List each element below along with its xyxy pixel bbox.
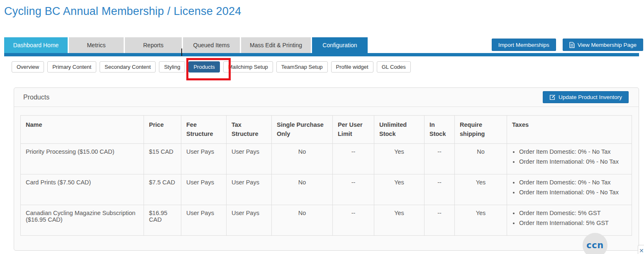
tab-metrics[interactable]: Metrics <box>69 37 124 53</box>
tab-configuration[interactable]: Configuration <box>312 37 368 53</box>
cell-in-stock: -- <box>424 174 455 205</box>
cell-in-stock: -- <box>424 143 455 174</box>
cell-unlimited-stock: Yes <box>374 143 424 174</box>
subtab-secondary-content[interactable]: Secondary Content <box>100 61 156 73</box>
products-table: Name Price Fee Structure Tax Structure S… <box>20 115 632 236</box>
cell-single-purchase-only: No <box>272 143 333 174</box>
cell-per-user-limit: -- <box>333 205 374 235</box>
cell-single-purchase-only: No <box>272 174 333 205</box>
cell-unlimited-stock: Yes <box>374 205 424 235</box>
close-icon[interactable]: ✕ <box>639 247 644 254</box>
cell-name: Card Prints ($7.50 CAD) <box>21 174 144 205</box>
cell-per-user-limit: -- <box>333 143 374 174</box>
cell-in-stock: -- <box>424 205 455 235</box>
configuration-subtab-bar: Overview Primary Content Secondary Conte… <box>12 61 411 73</box>
tab-dashboard-home[interactable]: Dashboard Home <box>4 37 68 53</box>
update-product-inventory-label: Update Product Inventory <box>559 94 622 100</box>
col-tax-structure: Tax Structure <box>227 116 272 144</box>
text-cursor-artifact <box>181 48 182 56</box>
import-memberships-button[interactable]: Import Memberships <box>492 39 556 51</box>
document-icon <box>569 42 575 48</box>
col-per-user-limit: Per User Limit <box>333 116 374 144</box>
tax-item: Order Item Domestic: 5% GST <box>519 210 627 217</box>
cell-name: Priority Processing ($15.00 CAD) <box>21 143 144 174</box>
cell-fee-structure: User Pays <box>181 143 227 174</box>
cell-require-shipping: Yes <box>455 174 507 205</box>
subtab-overview[interactable]: Overview <box>12 61 44 73</box>
cell-require-shipping: Yes <box>455 205 507 235</box>
cell-taxes: Order Item Domestic: 0% - No Tax Order I… <box>507 174 632 205</box>
subtab-products-label: Products <box>193 64 215 70</box>
cell-require-shipping: No <box>455 143 507 174</box>
cell-price: $15 CAD <box>144 143 181 174</box>
tab-reports[interactable]: Reports <box>125 37 182 53</box>
cell-price: $7.5 CAD <box>144 174 181 205</box>
cell-fee-structure: User Pays <box>181 205 227 235</box>
cell-fee-structure: User Pays <box>181 174 227 205</box>
cell-name: Canadian Cycling Magazine Subscription (… <box>21 205 144 235</box>
col-unlimited-stock: Unlimited Stock <box>374 116 424 144</box>
tax-item: Order Item Domestic: 0% - No Tax <box>519 179 627 186</box>
col-price: Price <box>144 116 181 144</box>
cell-taxes: Order Item Domestic: 5% GST Order Item I… <box>507 205 632 235</box>
table-header-row: Name Price Fee Structure Tax Structure S… <box>21 116 632 144</box>
view-membership-page-button[interactable]: View Membership Page <box>563 39 643 51</box>
col-fee-structure: Fee Structure <box>181 116 227 144</box>
tab-mass-edit-printing[interactable]: Mass Edit & Printing <box>241 37 311 53</box>
cell-single-purchase-only: No <box>272 205 333 235</box>
subtab-gl-codes[interactable]: GL Codes <box>377 61 411 73</box>
col-single-purchase-only: Single Purchase Only <box>272 116 333 144</box>
tax-item: Order Item International: 0% - No Tax <box>519 158 627 165</box>
col-taxes: Taxes <box>507 116 632 144</box>
ccn-logo: ccn <box>586 240 603 250</box>
table-row: Card Prints ($7.50 CAD) $7.5 CAD User Pa… <box>21 174 632 205</box>
subtab-mailchimp-setup[interactable]: Mailchimp Setup <box>223 61 273 73</box>
col-in-stock: In Stock <box>424 116 455 144</box>
table-row: Canadian Cycling Magazine Subscription (… <box>21 205 632 235</box>
subtab-styling[interactable]: Styling <box>159 61 185 73</box>
tax-item: Order Item International: 5% GST <box>519 220 627 227</box>
tab-queued-items[interactable]: Queued Items <box>183 37 240 53</box>
update-product-inventory-button[interactable]: Update Product Inventory <box>543 91 629 103</box>
cell-tax-structure: User Pays <box>227 205 272 235</box>
subtab-products[interactable]: Products <box>188 61 220 73</box>
cell-tax-structure: User Pays <box>227 174 272 205</box>
import-memberships-label: Import Memberships <box>498 42 549 48</box>
main-tab-bar: Dashboard Home Metrics Reports Queued It… <box>4 37 368 53</box>
cell-tax-structure: User Pays <box>227 143 272 174</box>
subtab-teamsnap-setup[interactable]: TeamSnap Setup <box>276 61 328 73</box>
header-actions: Import Memberships View Membership Page <box>492 39 643 51</box>
subtab-primary-content[interactable]: Primary Content <box>47 61 96 73</box>
tax-item: Order Item Domestic: 0% - No Tax <box>519 148 627 155</box>
ccn-widget-button[interactable]: ccn <box>583 233 607 254</box>
products-panel: Products Update Product Inventory Name P… <box>14 87 639 251</box>
subtab-profile-widget[interactable]: Profile widget <box>331 61 373 73</box>
edit-icon <box>549 94 556 100</box>
cell-price: $16.95 CAD <box>144 205 181 235</box>
cell-unlimited-stock: Yes <box>374 174 424 205</box>
cell-taxes: Order Item Domestic: 0% - No Tax Order I… <box>507 143 632 174</box>
col-require-shipping: Require shipping <box>455 116 507 144</box>
table-row: Priority Processing ($15.00 CAD) $15 CAD… <box>21 143 632 174</box>
products-panel-header: Products Update Product Inventory <box>14 88 639 107</box>
products-panel-title: Products <box>23 94 49 101</box>
cell-per-user-limit: -- <box>333 174 374 205</box>
col-name: Name <box>21 116 144 144</box>
view-membership-page-label: View Membership Page <box>578 42 637 48</box>
tax-item: Order Item International: 0% - No Tax <box>519 189 627 196</box>
page-title: Cycling BC Annual Membership / License 2… <box>4 5 241 18</box>
active-tab-bar <box>4 53 639 56</box>
